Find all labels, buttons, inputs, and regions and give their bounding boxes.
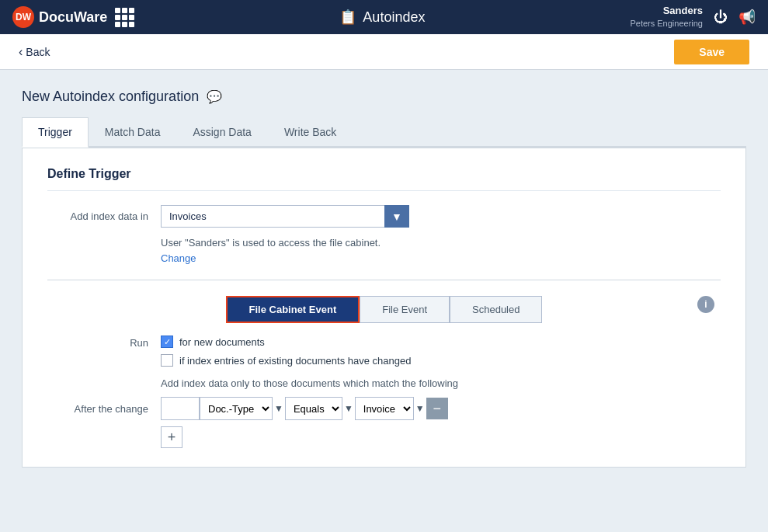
trigger-card: Define Trigger Add index data in Invoice… (22, 148, 746, 468)
add-index-select[interactable]: Invoices (161, 205, 409, 228)
run-options: ✓ for new documents if index entries of … (161, 336, 411, 367)
trigger-type-row: File Cabinet Event File Event Scheduled … (78, 296, 690, 323)
change-link[interactable]: Change (161, 252, 196, 264)
remove-condition-button[interactable]: − (426, 398, 448, 419)
new-docs-checkbox[interactable]: ✓ (161, 336, 173, 348)
file-event-button[interactable]: File Event (360, 296, 450, 323)
user-org: Peters Engineering (630, 18, 703, 29)
back-button[interactable]: ‹ Back (19, 45, 50, 59)
back-arrow-icon: ‹ (19, 45, 23, 59)
after-text-input[interactable] (161, 397, 200, 420)
add-condition-row: + (161, 426, 721, 448)
select-arrow-icon: ▼ (273, 403, 285, 414)
run-label: Run (47, 336, 148, 349)
section-title: Define Trigger (47, 167, 721, 191)
scheduled-button[interactable]: Scheduled (450, 296, 542, 323)
after-label: After the change (47, 403, 161, 415)
index-data-row: Add index data in Invoices ▼ (47, 205, 721, 228)
tab-write-back[interactable]: Write Back (268, 117, 353, 148)
equals-select-arrow-icon: ▼ (342, 403, 355, 414)
notification-icon[interactable]: 📢 (738, 9, 756, 26)
existing-docs-option: if index entries of existing documents h… (161, 354, 411, 367)
new-docs-option: ✓ for new documents (161, 336, 411, 348)
user-name: Sanders (630, 5, 703, 18)
power-icon[interactable]: ⏻ (714, 9, 728, 26)
autoindex-icon: 📋 (339, 9, 356, 26)
config-title: New Autoindex configuration (22, 89, 199, 105)
config-title-row: New Autoindex configuration 💬 (22, 89, 746, 105)
docuware-logo[interactable]: DW DocuWare (12, 6, 107, 28)
comment-icon[interactable]: 💬 (207, 89, 222, 104)
run-row: Run ✓ for new documents if index entries… (47, 336, 721, 367)
match-info-text: Add index data only to those documents w… (161, 377, 721, 389)
add-index-select-wrapper: Invoices ▼ (161, 205, 409, 228)
save-button[interactable]: Save (674, 40, 749, 64)
add-index-label: Add index data in (47, 210, 148, 222)
user-info-text: User "Sanders" is used to access the fil… (161, 237, 721, 249)
add-condition-button[interactable]: + (161, 426, 182, 448)
top-nav: DW DocuWare 📋 Autoindex Sanders Peters E… (0, 0, 768, 34)
tab-match-data[interactable]: Match Data (89, 117, 177, 148)
back-label: Back (26, 46, 50, 58)
logo-icon: DW (12, 6, 34, 28)
existing-docs-checkbox[interactable] (161, 354, 173, 367)
trigger-divider (47, 280, 721, 280)
tab-assign-data[interactable]: Assign Data (176, 117, 267, 148)
value-select-arrow-icon: ▼ (414, 403, 426, 414)
user-info: Sanders Peters Engineering (630, 5, 703, 29)
subheader: ‹ Back Save (0, 34, 768, 70)
new-docs-label: for new documents (179, 336, 265, 348)
module-title: 📋 Autoindex (339, 9, 425, 26)
after-equals-select[interactable]: Equals (285, 397, 342, 420)
main-content: New Autoindex configuration 💬 Trigger Ma… (0, 70, 768, 532)
grid-icon[interactable] (115, 8, 134, 27)
tab-bar: Trigger Match Data Assign Data Write Bac… (22, 117, 746, 148)
tab-trigger[interactable]: Trigger (22, 117, 89, 148)
after-doctype-select[interactable]: Doc.-Type (200, 397, 273, 420)
after-change-row: After the change Doc.-Type ▼ Equals ▼ In… (47, 397, 721, 420)
after-value-select[interactable]: Invoice (355, 397, 414, 420)
existing-docs-label: if index entries of existing documents h… (179, 355, 411, 367)
file-cabinet-event-button[interactable]: File Cabinet Event (226, 296, 360, 323)
logo-text: DocuWare (39, 9, 107, 26)
info-icon[interactable]: i (697, 296, 714, 313)
